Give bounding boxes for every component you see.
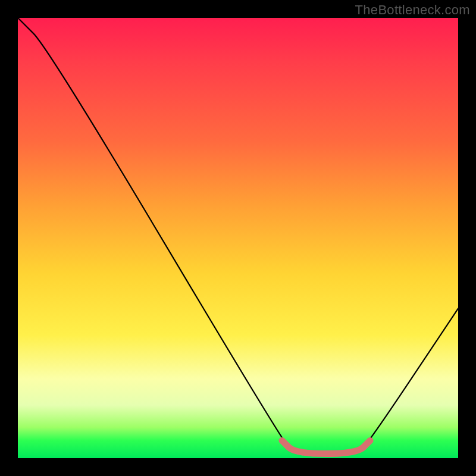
plot-area	[18, 18, 458, 458]
optimal-region-highlight	[282, 440, 370, 453]
chart-stage: TheBottleneck.com	[0, 0, 476, 476]
bottleneck-curve-path	[18, 18, 458, 454]
curve-layer	[18, 18, 458, 458]
watermark-label: TheBottleneck.com	[355, 2, 470, 18]
